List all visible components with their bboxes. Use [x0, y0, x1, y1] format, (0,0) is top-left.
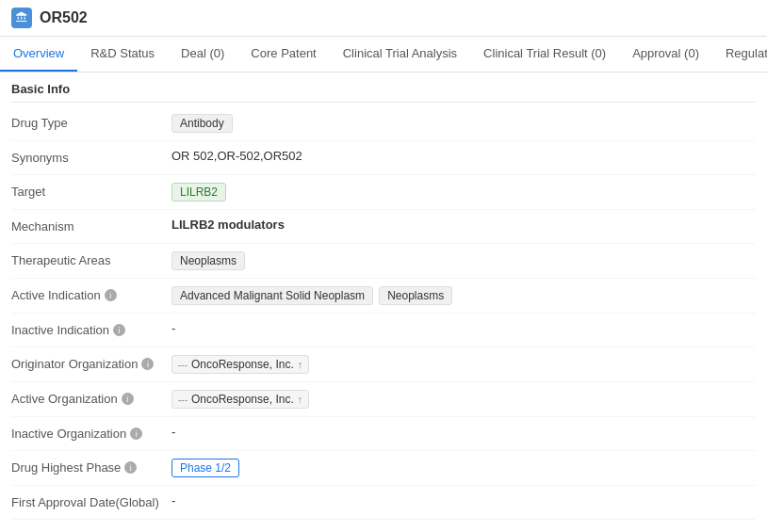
active-org-tag[interactable]: --- OncoResponse, Inc. ↑	[171, 390, 309, 409]
mechanism-value: LILRB2 modulators	[171, 218, 756, 232]
mechanism-text: LILRB2 modulators	[171, 218, 285, 232]
originator-org-tag[interactable]: --- OncoResponse, Inc. ↑	[171, 355, 309, 374]
main-content: Basic Info Drug Type Antibody Synonyms O…	[0, 73, 767, 520]
active-indication-tag-1: Advanced Malignant Solid Neoplasm	[171, 286, 373, 305]
therapeutic-label: Therapeutic Areas	[11, 251, 171, 267]
first-approval-row: First Approval Date(Global) -	[11, 486, 756, 520]
active-org-value: --- OncoResponse, Inc. ↑	[171, 390, 756, 409]
target-tag[interactable]: LILRB2	[171, 183, 226, 202]
inactive-indication-info-icon[interactable]: i	[113, 324, 125, 336]
tab-approval[interactable]: Approval (0)	[619, 37, 712, 72]
active-org-label: Active Organization i	[11, 390, 171, 406]
drug-type-value: Antibody	[171, 114, 756, 133]
originator-org-value: --- OncoResponse, Inc. ↑	[171, 355, 756, 374]
therapeutic-row: Therapeutic Areas Neoplasms	[11, 244, 756, 279]
active-trend-icon: ↑	[298, 394, 303, 405]
active-indication-values: Advanced Malignant Solid Neoplasm Neopla…	[171, 286, 756, 305]
synonyms-label: Synonyms	[11, 149, 171, 165]
first-approval-label: First Approval Date(Global)	[11, 493, 171, 509]
tab-clinical-trial-analysis[interactable]: Clinical Trial Analysis	[330, 37, 470, 72]
active-flag-icon: ---	[178, 395, 188, 405]
drug-type-row: Drug Type Antibody	[11, 106, 756, 141]
tab-regulation[interactable]: Regulation (0)	[712, 37, 767, 72]
target-row: Target LILRB2	[11, 175, 756, 210]
originator-trend-icon: ↑	[298, 359, 303, 370]
originator-org-info-icon[interactable]: i	[141, 358, 154, 370]
target-value: LILRB2	[171, 183, 756, 202]
page-title: OR502	[40, 9, 88, 26]
target-label: Target	[11, 183, 171, 199]
tab-rd-status[interactable]: R&D Status	[77, 37, 168, 72]
tab-clinical-trial-result[interactable]: Clinical Trial Result (0)	[470, 37, 619, 72]
inactive-indication-value: -	[171, 321, 756, 335]
drug-type-label: Drug Type	[11, 114, 171, 130]
active-indication-info-icon[interactable]: i	[105, 289, 117, 301]
therapeutic-tag: Neoplasms	[171, 251, 245, 270]
phase-badge: Phase 1/2	[171, 459, 239, 477]
tab-core-patent[interactable]: Core Patent	[237, 37, 329, 72]
originator-flag-icon: ---	[178, 360, 188, 370]
tab-deal[interactable]: Deal (0)	[168, 37, 237, 72]
synonyms-text: OR 502,OR-502,OR502	[171, 149, 302, 163]
active-indication-label: Active Indication i	[11, 286, 171, 302]
highest-phase-row: Drug Highest Phase i Phase 1/2	[11, 451, 756, 486]
first-approval-value: -	[171, 493, 756, 508]
active-indication-tag-2: Neoplasms	[379, 286, 452, 305]
highest-phase-value: Phase 1/2	[171, 459, 756, 477]
synonyms-value: OR 502,OR-502,OR502	[171, 149, 756, 163]
inactive-org-value: -	[171, 425, 756, 439]
section-title: Basic Info	[11, 73, 756, 103]
therapeutic-value: Neoplasms	[171, 251, 756, 270]
mechanism-row: Mechanism LILRB2 modulators	[11, 210, 756, 244]
originator-org-name: OncoResponse, Inc.	[191, 358, 294, 371]
originator-org-label: Originator Organization i	[11, 355, 171, 371]
inactive-org-info-icon[interactable]: i	[130, 427, 142, 440]
drug-type-tag: Antibody	[171, 114, 233, 133]
tab-overview[interactable]: Overview	[0, 37, 77, 72]
active-indication-row: Active Indication i Advanced Malignant S…	[11, 279, 756, 314]
inactive-org-label: Inactive Organization i	[11, 425, 171, 441]
inactive-org-dash: -	[171, 425, 175, 439]
inactive-org-row: Inactive Organization i -	[11, 417, 756, 451]
highest-phase-label: Drug Highest Phase i	[11, 459, 171, 475]
active-org-info-icon[interactable]: i	[122, 393, 134, 405]
drug-icon	[11, 8, 32, 28]
inactive-indication-dash: -	[171, 321, 175, 335]
synonyms-row: Synonyms OR 502,OR-502,OR502	[11, 141, 756, 175]
active-org-name: OncoResponse, Inc.	[191, 393, 294, 406]
inactive-indication-row: Inactive Indication i -	[11, 314, 756, 347]
active-org-row: Active Organization i --- OncoResponse, …	[11, 382, 756, 417]
originator-org-row: Originator Organization i --- OncoRespon…	[11, 347, 756, 382]
nav-tabs: Overview R&D Status Deal (0) Core Patent…	[0, 37, 767, 73]
highest-phase-info-icon[interactable]: i	[124, 461, 137, 474]
mechanism-label: Mechanism	[11, 218, 171, 234]
page-header: OR502	[0, 0, 767, 37]
first-approval-dash: -	[171, 493, 175, 508]
inactive-indication-label: Inactive Indication i	[11, 321, 171, 337]
